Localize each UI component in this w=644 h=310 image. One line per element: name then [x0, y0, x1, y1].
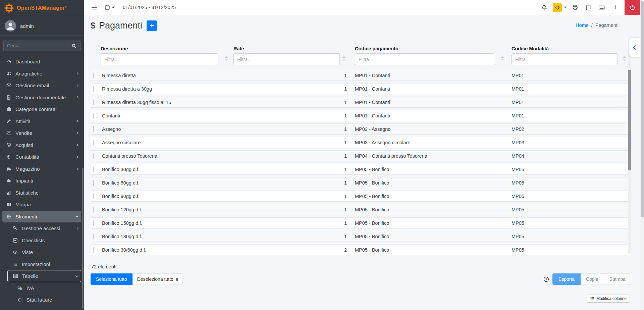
sort-icon[interactable]: [225, 56, 228, 61]
row-checkbox[interactable]: [94, 234, 94, 240]
printer-icon: [572, 5, 578, 10]
column-label[interactable]: Rate: [233, 46, 351, 51]
cell-codice-pagamento: MP04 - Contanti presso Tesoreria: [351, 153, 509, 159]
sidebar-item-categorie-contratti[interactable]: Categorie contratti: [0, 103, 84, 115]
date-range-picker[interactable]: [105, 5, 115, 10]
sidebar-scrollbar[interactable]: [82, 168, 84, 309]
row-checkbox[interactable]: [94, 140, 94, 146]
search-button[interactable]: [67, 40, 80, 51]
row-checkbox[interactable]: [94, 180, 94, 186]
logout-button[interactable]: [625, 0, 640, 15]
table-row[interactable]: Contanti1MP01 - ContantiMP01: [91, 110, 631, 121]
copy-button[interactable]: Copia: [581, 273, 604, 285]
table-row[interactable]: Rimessa diretta 30gg fisso al 151MP01 - …: [91, 97, 631, 108]
sidebar-item-strumenti[interactable]: Strumenti: [2, 211, 81, 223]
info-button[interactable]: i: [610, 0, 621, 15]
chevron-right-icon: [75, 167, 79, 171]
puzzle-icon: [5, 178, 13, 183]
table-scrollbar-thumb[interactable]: [628, 70, 631, 170]
sidebar-item-tabelle[interactable]: Tabelle: [7, 270, 81, 282]
sidebar-item-mappa[interactable]: Mappa: [0, 199, 84, 211]
column-header-descrizione: Descrizione: [101, 46, 233, 65]
sidebar-item-statistiche[interactable]: Statistiche: [0, 187, 84, 199]
manual-button[interactable]: [583, 0, 594, 15]
sidebar-item-vendite[interactable]: Vendite: [0, 127, 84, 139]
sidebar-item-label: Gestione documentale: [15, 95, 66, 100]
window-scrollbar[interactable]: [640, 0, 644, 310]
print-table-button[interactable]: Stampa: [604, 273, 631, 285]
sidebar-item-checklists[interactable]: Checklists: [0, 235, 84, 247]
add-button[interactable]: +: [147, 20, 157, 31]
sidebar-item-attivita[interactable]: Attività: [0, 115, 84, 127]
table-row[interactable]: Rimessa diretta a 30gg1MP01 - ContantiMP…: [91, 83, 631, 94]
table-row[interactable]: Bonifico 180gg d.f.1MP05 - BonificoMP05: [91, 231, 631, 242]
row-checkbox[interactable]: [94, 72, 94, 79]
row-checkbox[interactable]: [94, 193, 94, 199]
table-row[interactable]: Bonifico 30gg d.f.1MP05 - BonificoMP05: [91, 164, 631, 175]
column-label[interactable]: Codice pagamento: [355, 46, 509, 51]
filter-input-codice-pagamento[interactable]: [355, 53, 495, 65]
table-row[interactable]: Assegno1MP02 - AssegnoMP02: [91, 123, 631, 135]
sidebar-item-contabilita[interactable]: €Contabilità: [0, 151, 84, 163]
export-button[interactable]: Esporta: [552, 273, 581, 285]
window-scrollbar-thumb[interactable]: [641, 1, 644, 217]
row-checkbox[interactable]: [94, 153, 94, 159]
column-label[interactable]: Codice Modalità: [512, 46, 631, 51]
sidebar-item-dashboard[interactable]: Dashboard: [0, 56, 84, 68]
row-checkbox[interactable]: [94, 166, 94, 172]
table-row[interactable]: Bonifico 30/60gg d.f.2MP05 - BonificoMP0…: [91, 244, 631, 255]
avatar[interactable]: [5, 20, 16, 32]
table-row[interactable]: Rimessa diretta1MP01 - ContantiMP01: [91, 70, 631, 81]
panel-toggle[interactable]: [629, 38, 640, 57]
search-input[interactable]: [3, 40, 67, 51]
row-checkbox[interactable]: [94, 207, 94, 213]
table-row[interactable]: Contanti presso Tesoreria1MP04 - Contant…: [91, 150, 631, 161]
column-label[interactable]: Descrizione: [101, 46, 233, 51]
sidebar-item-viste[interactable]: Viste: [0, 246, 84, 258]
breadcrumb-current: Pagamenti: [595, 22, 619, 28]
sidebar-toggle-button[interactable]: [89, 0, 99, 15]
sidebar-item-acquisti[interactable]: Acquisti: [0, 139, 84, 151]
sort-icon[interactable]: [342, 56, 345, 61]
brand[interactable]: OSM OpenSTAManager®: [0, 0, 84, 16]
sort-icon[interactable]: [501, 56, 504, 61]
table-scrollbar[interactable]: [628, 50, 631, 254]
sidebar-item-anagrafiche[interactable]: Anagrafiche: [0, 68, 84, 80]
row-checkbox[interactable]: [94, 126, 94, 132]
filter-input-descrizione[interactable]: [101, 53, 218, 65]
cell-rate: 1: [233, 180, 351, 186]
row-checkbox[interactable]: [94, 247, 94, 253]
sidebar-item-iva[interactable]: %IVA: [0, 282, 84, 294]
help-icon[interactable]: ?: [543, 276, 549, 282]
deselect-all-button[interactable]: Deseleziona tutto 0: [132, 273, 183, 285]
sidebar-item-gestione-email[interactable]: Gestione email: [0, 80, 84, 92]
user-name[interactable]: admin: [20, 23, 34, 29]
table-row[interactable]: Bonifico 90gg d.f.1MP05 - BonificoMP05: [91, 191, 631, 202]
sidebar-item-impianti[interactable]: Impianti: [0, 175, 84, 187]
sidebar-item-gestione-documentale[interactable]: Gestione documentale: [0, 92, 84, 104]
sidebar-item-stati-degli-ordini[interactable]: Stati degli ordini: [0, 306, 84, 310]
edit-columns-button[interactable]: Modifica colonne: [587, 295, 630, 303]
table-row[interactable]: Assegno circolare1MP03 - Assegno circola…: [91, 137, 631, 148]
notifications-button[interactable]: [539, 0, 549, 15]
table-row[interactable]: Bonifico 60gg d.f.1MP05 - BonificoMP05: [91, 177, 631, 188]
print-button[interactable]: [570, 0, 580, 15]
row-checkbox[interactable]: [94, 113, 94, 119]
sidebar-item-impostazioni[interactable]: Impostazioni: [0, 258, 84, 270]
session-state-button[interactable]: [553, 3, 567, 12]
shortcuts-button[interactable]: [596, 0, 607, 15]
table-row[interactable]: Bonifico 120gg d.f.1MP05 - BonificoMP05: [91, 204, 631, 215]
row-checkbox[interactable]: [94, 86, 94, 92]
row-checkbox[interactable]: [94, 99, 94, 105]
filter-input-codice-modalita[interactable]: [512, 53, 618, 65]
breadcrumb-home-link[interactable]: Home: [576, 22, 589, 28]
row-checkbox[interactable]: [94, 220, 94, 226]
filter-input-rate[interactable]: [233, 53, 340, 65]
select-all-button[interactable]: Seleziona tutto: [91, 273, 132, 285]
cell-descrizione: Assegno circolare: [101, 140, 233, 145]
sidebar-item-magazzino[interactable]: Magazzino: [0, 163, 84, 175]
table-row[interactable]: Bonifico 150gg d.f.1MP05 - BonificoMP05: [91, 217, 631, 228]
sidebar-item-gestione-accessi[interactable]: Gestione accessi: [0, 222, 84, 235]
sort-icon[interactable]: [623, 56, 626, 61]
sidebar-item-stati-fatture[interactable]: Stati fatture: [0, 294, 84, 306]
